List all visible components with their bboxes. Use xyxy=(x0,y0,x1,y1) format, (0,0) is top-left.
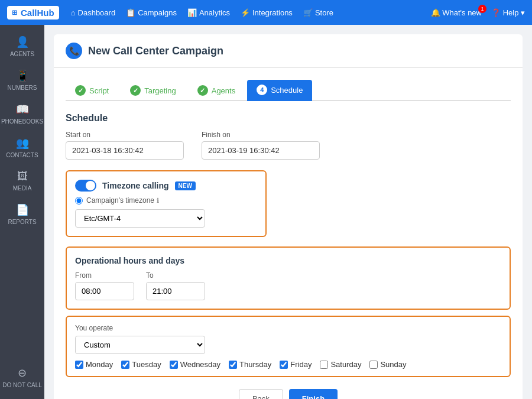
nav-dashboard[interactable]: ⌂ Dashboard xyxy=(71,8,115,17)
sidebar-item-reports[interactable]: 📄 REPORTS xyxy=(0,199,44,230)
phonebooks-icon: 📖 xyxy=(16,103,29,116)
tab-agents-num: ✓ xyxy=(197,85,208,96)
nav-campaigns[interactable]: 📋 Campaigns xyxy=(126,8,177,17)
top-navigation: ⊞ CallHub ⌂ Dashboard 📋 Campaigns 📊 Anal… xyxy=(0,0,532,25)
checkbox-tuesday[interactable] xyxy=(121,361,129,369)
dashboard-icon: ⌂ xyxy=(71,8,76,17)
do-not-call-icon: ⊖ xyxy=(18,366,27,379)
campaign-timezone-label: Campaign's timezone ℹ xyxy=(86,196,159,205)
start-on-label: Start on xyxy=(66,131,184,139)
day-tuesday[interactable]: Tuesday xyxy=(121,360,161,369)
timezone-header: Timezone calling NEW xyxy=(75,180,257,192)
timezone-label: Timezone calling xyxy=(102,181,169,190)
timezone-box: Timezone calling NEW Campaign's timezone… xyxy=(66,170,267,237)
integrations-icon: ⚡ xyxy=(241,8,250,17)
tab-script-num: ✓ xyxy=(75,85,86,96)
tab-targeting-num: ✓ xyxy=(130,85,141,96)
agents-icon: 👤 xyxy=(16,35,29,48)
date-row: Start on Finish on xyxy=(66,131,511,160)
tab-script[interactable]: ✓ Script xyxy=(66,80,118,101)
help-button[interactable]: ❓ Help ▾ xyxy=(491,8,525,17)
back-button[interactable]: Back xyxy=(239,389,283,399)
sidebar-item-phonebooks[interactable]: 📖 PHONEBOOKS xyxy=(0,98,44,129)
whats-new-button[interactable]: 🔔 What's new 1 xyxy=(431,8,482,17)
from-input[interactable] xyxy=(75,282,134,300)
nav-analytics[interactable]: 📊 Analytics xyxy=(187,8,230,17)
checkbox-wednesday[interactable] xyxy=(170,361,178,369)
checkbox-friday[interactable] xyxy=(280,361,288,369)
sidebar: 👤 AGENTS 📱 NUMBERS 📖 PHONEBOOKS 👥 CONTAC… xyxy=(0,25,44,399)
you-operate-label: You operate xyxy=(75,324,501,332)
timezone-toggle[interactable] xyxy=(75,180,96,192)
numbers-icon: 📱 xyxy=(16,69,29,82)
finish-on-label: Finish on xyxy=(202,131,320,139)
page-title: New Call Center Campaign xyxy=(88,45,223,57)
tab-schedule[interactable]: 4 Schedule xyxy=(247,80,312,101)
nav-right: 🔔 What's new 1 ❓ Help ▾ xyxy=(431,8,525,17)
sidebar-item-agents[interactable]: 👤 AGENTS xyxy=(0,31,44,62)
nav-integrations[interactable]: ⚡ Integrations xyxy=(241,8,293,17)
day-monday[interactable]: Monday xyxy=(75,360,113,369)
timezone-select[interactable]: Etc/GMT-4 UTC America/New_York America/C… xyxy=(75,209,205,228)
grid-icon: ⊞ xyxy=(12,9,17,17)
sidebar-item-numbers[interactable]: 📱 NUMBERS xyxy=(0,64,44,96)
campaigns-icon: 📋 xyxy=(126,8,135,17)
tab-targeting[interactable]: ✓ Targeting xyxy=(121,80,185,101)
reports-icon: 📄 xyxy=(16,203,29,216)
operate-select[interactable]: Custom Weekdays Weekends Every day xyxy=(75,336,205,354)
nav-links: ⌂ Dashboard 📋 Campaigns 📊 Analytics ⚡ In… xyxy=(71,8,419,17)
sidebar-item-do-not-call[interactable]: ⊖ DO NOT CALL xyxy=(0,362,44,393)
finish-button[interactable]: Finish xyxy=(289,389,338,399)
timezone-new-badge: NEW xyxy=(175,181,196,190)
days-row: Monday Tuesday Wednesday Thursday xyxy=(75,360,501,369)
nav-store[interactable]: 🛒 Store xyxy=(303,8,333,17)
day-thursday[interactable]: Thursday xyxy=(229,360,271,369)
sidebar-item-media[interactable]: 🖼 MEDIA xyxy=(0,166,44,196)
operational-hours-title: Operational hours and days xyxy=(75,256,501,265)
finish-on-input[interactable] xyxy=(202,141,320,160)
to-label: To xyxy=(146,271,205,280)
to-input[interactable] xyxy=(146,282,205,300)
checkbox-saturday[interactable] xyxy=(320,361,328,369)
campaign-timezone-radio[interactable] xyxy=(75,197,83,205)
from-field: From xyxy=(75,271,134,300)
page-header-icon: 📞 xyxy=(66,43,82,59)
checkbox-sunday[interactable] xyxy=(369,361,378,369)
tab-schedule-num: 4 xyxy=(257,85,267,95)
checkbox-thursday[interactable] xyxy=(229,361,237,369)
whats-new-badge: 1 xyxy=(478,5,486,13)
checkbox-monday[interactable] xyxy=(75,361,83,369)
info-icon[interactable]: ℹ xyxy=(157,197,159,205)
tab-agents[interactable]: ✓ Agents xyxy=(188,80,245,101)
logo-text: CallHub xyxy=(21,8,54,18)
day-sunday[interactable]: Sunday xyxy=(369,360,406,369)
finish-on-group: Finish on xyxy=(202,131,320,160)
tab-bar: ✓ Script ✓ Targeting ✓ Agents 4 Schedule xyxy=(66,80,511,101)
day-friday[interactable]: Friday xyxy=(280,360,312,369)
you-operate-box: You operate Custom Weekdays Weekends Eve… xyxy=(66,316,511,377)
schedule-title: Schedule xyxy=(66,113,511,124)
logo[interactable]: ⊞ CallHub xyxy=(7,6,59,20)
main-content: 📞 New Call Center Campaign ✓ Script ✓ Ta… xyxy=(44,25,532,399)
to-field: To xyxy=(146,271,205,300)
main-layout: 👤 AGENTS 📱 NUMBERS 📖 PHONEBOOKS 👥 CONTAC… xyxy=(0,25,532,399)
start-on-input[interactable] xyxy=(66,141,184,160)
operational-hours-box: Operational hours and days From To xyxy=(66,246,511,310)
start-on-group: Start on xyxy=(66,131,184,160)
store-icon: 🛒 xyxy=(303,8,313,17)
timezone-radio-group: Campaign's timezone ℹ xyxy=(75,196,257,205)
page-header: 📞 New Call Center Campaign xyxy=(54,34,523,68)
main-card: ✓ Script ✓ Targeting ✓ Agents 4 Schedule… xyxy=(54,68,523,399)
footer-buttons: Back Finish xyxy=(66,389,511,399)
hours-row: From To xyxy=(75,271,501,300)
analytics-icon: 📊 xyxy=(187,8,197,17)
media-icon: 🖼 xyxy=(17,170,28,183)
from-label: From xyxy=(75,271,134,280)
sidebar-item-contacts[interactable]: 👥 CONTACTS xyxy=(0,132,44,163)
day-saturday[interactable]: Saturday xyxy=(320,360,361,369)
day-wednesday[interactable]: Wednesday xyxy=(170,360,220,369)
contacts-icon: 👥 xyxy=(16,137,29,150)
